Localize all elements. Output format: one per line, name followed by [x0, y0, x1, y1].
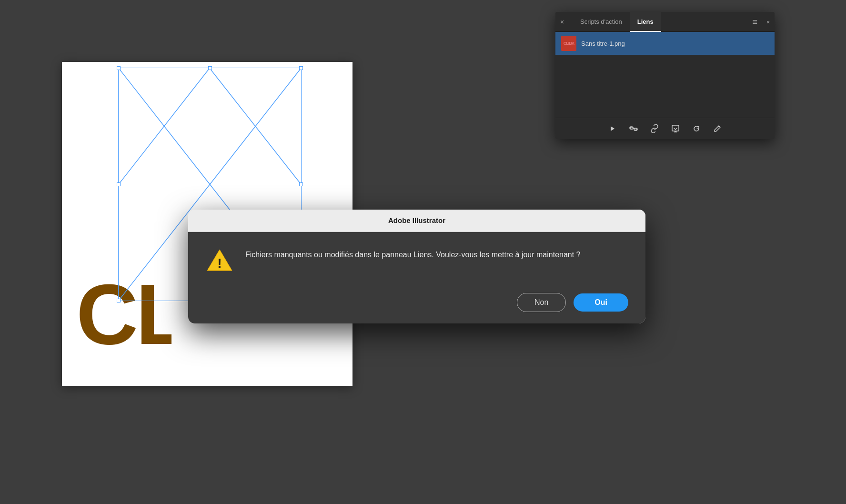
non-button[interactable]: Non	[517, 293, 566, 312]
refresh-button[interactable]	[690, 122, 703, 135]
link-chain-button[interactable]	[627, 122, 640, 135]
dialog-buttons: Non Oui	[188, 285, 645, 323]
handle-top-right[interactable]	[299, 66, 303, 70]
file-name: Sans titre-1.png	[581, 40, 625, 47]
dialog-message: Fichiers manquants ou modifiés dans le p…	[245, 245, 628, 261]
play-icon	[609, 125, 616, 132]
oui-button[interactable]: Oui	[574, 293, 628, 312]
edit-button[interactable]	[711, 122, 724, 135]
dialog-title: Adobe Illustrator	[388, 216, 445, 224]
handle-right-mid[interactable]	[299, 182, 303, 186]
handle-top-mid[interactable]	[208, 66, 212, 70]
dialog-body: ! Fichiers manquants ou modifiés dans le…	[188, 232, 645, 285]
menu-icon[interactable]: ≡	[752, 17, 757, 27]
embed-icon	[671, 124, 680, 133]
link-icon	[650, 124, 659, 133]
alert-dialog: Adobe Illustrator ! Fichiers manquants o…	[188, 210, 645, 323]
canvas-area: CL × Scripts d'action Liens	[0, 0, 846, 504]
panel-tabs: Scripts d'action Liens	[573, 12, 769, 32]
handle-bottom-left[interactable]	[117, 299, 121, 302]
panel-header: × Scripts d'action Liens ≡ «	[555, 12, 775, 32]
edit-icon	[713, 124, 722, 133]
panel-content: CLIBK Sans titre-1.png	[555, 32, 775, 118]
warning-icon: !	[205, 245, 234, 274]
dialog-titlebar: Adobe Illustrator	[188, 210, 645, 232]
play-button[interactable]	[606, 122, 619, 135]
handle-top-left[interactable]	[117, 66, 121, 70]
file-icon: CLIBK	[561, 36, 576, 51]
link-button[interactable]	[648, 122, 661, 135]
svg-rect-10	[672, 125, 679, 131]
tab-action-scripts[interactable]: Scripts d'action	[573, 12, 630, 32]
collapse-icon[interactable]: «	[766, 19, 770, 25]
svg-marker-4	[611, 126, 614, 131]
link-chain-icon	[629, 124, 638, 133]
handle-left-mid[interactable]	[117, 182, 121, 186]
panel-footer	[555, 118, 775, 139]
embed-button[interactable]	[669, 122, 682, 135]
list-item[interactable]: CLIBK Sans titre-1.png	[555, 32, 775, 55]
close-icon[interactable]: ×	[560, 18, 564, 26]
refresh-icon	[692, 124, 701, 133]
svg-text:!: !	[217, 256, 222, 271]
links-panel: × Scripts d'action Liens ≡ « CLIBK Sans …	[555, 12, 775, 139]
tab-links[interactable]: Liens	[630, 12, 661, 32]
warning-triangle-icon: !	[206, 248, 233, 272]
